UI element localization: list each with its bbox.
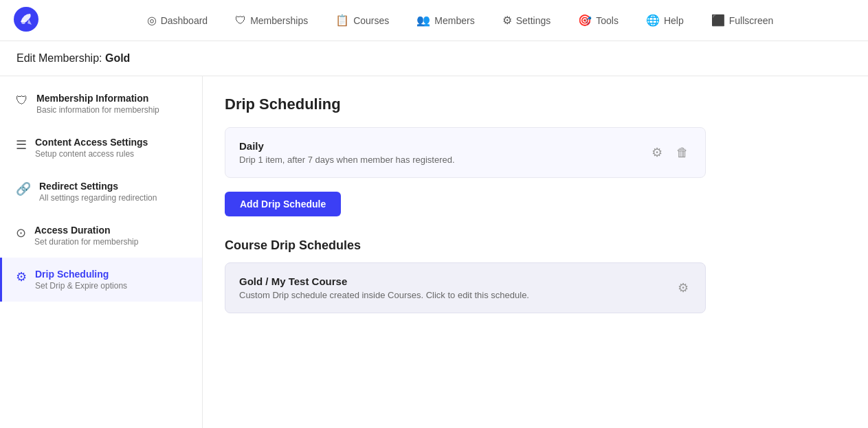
course-drip-section-title: Course Drip Schedules xyxy=(225,238,846,253)
nav-label-courses: Courses xyxy=(353,15,389,26)
shield-icon: 🛡 xyxy=(16,93,28,108)
course-drip-name: Gold / My Test Course xyxy=(239,275,529,287)
nav-item-courses[interactable]: 📋 Courses xyxy=(324,8,400,32)
sidebar-title-redirect-settings: Redirect Settings xyxy=(39,181,157,192)
nav-item-memberships[interactable]: 🛡 Memberships xyxy=(224,9,319,32)
sidebar-desc-access-duration: Set duration for membership xyxy=(34,237,138,247)
sidebar: 🛡 Membership Information Basic informati… xyxy=(0,76,203,428)
drip-scheduling-title: Drip Scheduling xyxy=(225,95,846,113)
top-nav: ◎ Dashboard 🛡 Memberships 📋 Courses 👥 Me… xyxy=(0,0,868,41)
nav-label-tools: Tools xyxy=(596,15,619,26)
course-drip-card[interactable]: Gold / My Test Course Custom Drip schedu… xyxy=(225,262,706,313)
page-header: Edit Membership: Gold xyxy=(0,41,868,76)
nav-item-dashboard[interactable]: ◎ Dashboard xyxy=(136,8,219,32)
sidebar-item-drip-scheduling[interactable]: ⚙ Drip Scheduling Set Drip & Expire opti… xyxy=(0,258,202,302)
logo[interactable] xyxy=(14,7,38,34)
page-header-membership-name: Gold xyxy=(105,52,130,64)
course-drip-desc: Custom Drip schedule created inside Cour… xyxy=(239,290,529,300)
drip-card-desc: Drip 1 item, after 7 days when member ha… xyxy=(239,155,455,165)
drip-card-actions: ⚙ 🗑 xyxy=(649,142,691,163)
settings-icon: ⚙ xyxy=(502,14,512,27)
nav-item-help[interactable]: 🌐 Help xyxy=(635,8,695,32)
page: Edit Membership: Gold 🛡 Membership Infor… xyxy=(0,41,868,428)
course-gear-icon: ⚙ xyxy=(678,281,689,295)
sidebar-desc-membership-info: Basic information for membership xyxy=(36,105,159,115)
sidebar-item-membership-info[interactable]: 🛡 Membership Information Basic informati… xyxy=(0,82,202,126)
tools-icon: 🎯 xyxy=(578,14,592,27)
sidebar-title-drip-scheduling: Drip Scheduling xyxy=(35,269,127,280)
drip-icon: ⚙ xyxy=(16,269,27,284)
svg-point-1 xyxy=(21,20,25,24)
nav-items: ◎ Dashboard 🛡 Memberships 📋 Courses 👥 Me… xyxy=(66,8,854,32)
nav-item-fullscreen[interactable]: ⬛ Fullscreen xyxy=(700,8,785,32)
layers-icon: ☰ xyxy=(16,137,27,153)
fullscreen-icon: ⬛ xyxy=(711,14,725,27)
nav-label-settings: Settings xyxy=(516,15,551,26)
nav-label-memberships: Memberships xyxy=(250,15,308,26)
sidebar-item-content-access[interactable]: ☰ Content Access Settings Setup content … xyxy=(0,126,202,170)
nav-label-help: Help xyxy=(664,15,684,26)
sidebar-title-membership-info: Membership Information xyxy=(36,93,159,104)
nav-label-fullscreen: Fullscreen xyxy=(729,15,774,26)
drip-gear-button[interactable]: ⚙ xyxy=(649,142,665,163)
courses-icon: 📋 xyxy=(335,14,349,27)
drip-delete-button[interactable]: 🗑 xyxy=(674,143,691,163)
course-drip-gear-button[interactable]: ⚙ xyxy=(675,278,691,298)
nav-item-members[interactable]: 👥 Members xyxy=(405,8,485,32)
sidebar-desc-content-access: Setup content access rules xyxy=(35,149,148,159)
add-drip-schedule-button[interactable]: Add Drip Schedule xyxy=(225,192,341,216)
page-body: 🛡 Membership Information Basic informati… xyxy=(0,76,868,428)
trash-icon: 🗑 xyxy=(676,146,689,159)
nav-label-dashboard: Dashboard xyxy=(161,15,208,26)
clock-icon: ⊙ xyxy=(16,225,26,240)
gear-icon: ⚙ xyxy=(652,146,663,159)
memberships-icon: 🛡 xyxy=(235,14,246,27)
nav-label-members: Members xyxy=(434,15,474,26)
link-icon: 🔗 xyxy=(16,181,31,196)
sidebar-desc-drip-scheduling: Set Drip & Expire options xyxy=(35,281,127,291)
sidebar-item-access-duration[interactable]: ⊙ Access Duration Set duration for membe… xyxy=(0,214,202,258)
members-icon: 👥 xyxy=(416,14,430,27)
drip-card-name: Daily xyxy=(239,140,455,152)
dashboard-icon: ◎ xyxy=(147,14,157,27)
main-content: Drip Scheduling Daily Drip 1 item, after… xyxy=(203,76,868,428)
sidebar-item-redirect-settings[interactable]: 🔗 Redirect Settings All settings regardi… xyxy=(0,170,202,214)
sidebar-title-access-duration: Access Duration xyxy=(34,225,138,236)
sidebar-title-content-access: Content Access Settings xyxy=(35,137,148,148)
nav-item-tools[interactable]: 🎯 Tools xyxy=(567,8,630,32)
nav-item-settings[interactable]: ⚙ Settings xyxy=(491,8,562,32)
sidebar-desc-redirect-settings: All settings regarding redirection xyxy=(39,193,157,203)
drip-card-daily: Daily Drip 1 item, after 7 days when mem… xyxy=(225,127,706,178)
page-header-prefix: Edit Membership: xyxy=(16,52,102,64)
help-icon: 🌐 xyxy=(646,14,660,27)
